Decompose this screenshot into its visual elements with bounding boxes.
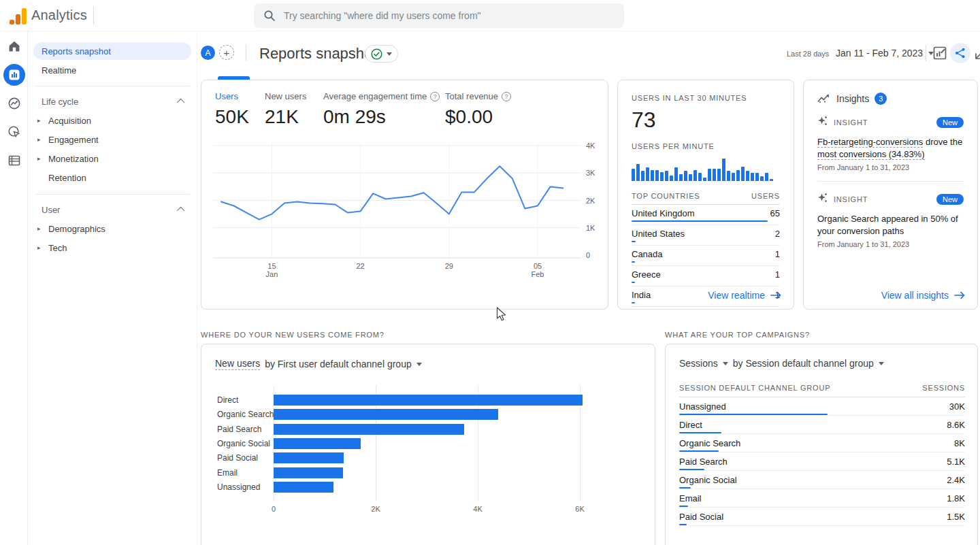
sidebar-item-monetization[interactable]: ▸Monetization xyxy=(28,149,197,168)
view-all-insights-link[interactable]: View all insights xyxy=(881,290,965,301)
chevron-down-icon[interactable] xyxy=(879,362,884,365)
bar-organic-search[interactable] xyxy=(274,409,498,420)
insight-item-header: INSIGHTNew xyxy=(817,193,964,206)
sidebar-item-tech[interactable]: ▸Tech xyxy=(28,238,197,257)
sidebar-section-title: Life cycle xyxy=(42,97,78,107)
channel-name: Paid Social xyxy=(679,512,723,522)
sidebar-item-engagement[interactable]: ▸Engagement xyxy=(28,130,197,149)
bar-direct[interactable] xyxy=(274,395,583,406)
insight-term[interactable]: most conversions (34.83%) xyxy=(817,149,925,160)
arrow-right-icon xyxy=(770,291,781,299)
add-comparison-button[interactable]: + xyxy=(219,45,234,60)
date-range-label: Last 28 days xyxy=(787,50,829,58)
sessions-table-header: SESSION DEFAULT CHANNEL GROUP SESSIONS xyxy=(679,384,965,397)
minute-bar xyxy=(674,167,678,181)
expand-arrow-icon[interactable]: ▸ xyxy=(37,225,43,232)
new-users-bar-chart[interactable]: 02K4K6KDirectOrganic SearchPaid SearchOr… xyxy=(215,385,644,521)
minute-bar xyxy=(679,174,683,181)
insight-text[interactable]: Organic Search appeared in 50% of your c… xyxy=(817,213,964,237)
insight-term[interactable]: Fb-retargeting-conversions xyxy=(817,137,923,148)
top-countries-label: TOP COUNTRIES xyxy=(632,192,700,200)
customize-report-icon[interactable] xyxy=(932,46,947,61)
chevron-up-icon[interactable] xyxy=(177,207,184,214)
insight-item[interactable]: INSIGHTNewOrganic Search appeared in 50%… xyxy=(817,193,964,258)
country-bar xyxy=(632,241,636,242)
sessions-row: Paid Social1.5K xyxy=(679,508,965,526)
sidebar-item-reports-snapshot[interactable]: Reports snapshot xyxy=(33,42,191,60)
new-users-metric-label[interactable]: New users xyxy=(215,358,260,370)
search-input[interactable] xyxy=(284,10,615,21)
campaigns-section-title: WHAT ARE YOUR TOP CAMPAIGNS? xyxy=(665,331,810,339)
expand-arrow-icon[interactable]: ▸ xyxy=(37,244,43,251)
date-range-picker[interactable]: Jan 11 - Feb 7, 2023 xyxy=(836,48,934,59)
bar-paid-social[interactable] xyxy=(274,452,344,463)
arrow-right-icon xyxy=(954,291,965,299)
bar-paid-search[interactable] xyxy=(274,424,464,435)
metric-users[interactable]: Users50K xyxy=(215,91,249,128)
comparison-avatar[interactable]: A xyxy=(201,46,215,60)
chevron-down-icon[interactable] xyxy=(723,362,728,365)
chevron-down-icon[interactable] xyxy=(416,363,422,366)
sidebar-section-user[interactable]: User xyxy=(33,201,191,218)
sidebar-item-demographics[interactable]: ▸Demographics xyxy=(28,219,197,238)
sidebar-item-acquisition[interactable]: ▸Acquisition xyxy=(28,111,197,130)
explore-icon[interactable] xyxy=(0,90,28,117)
expand-arrow-icon[interactable]: ▸ xyxy=(37,136,43,143)
insight-item[interactable]: INSIGHTNewFb-retargeting-conversions dro… xyxy=(817,116,964,182)
minute-bar xyxy=(703,178,706,181)
campaigns-card-header[interactable]: Sessions by Session default channel grou… xyxy=(679,358,884,369)
chevron-up-icon[interactable] xyxy=(177,99,184,106)
expand-arrow-icon[interactable]: ▸ xyxy=(37,155,43,162)
minute-bar xyxy=(717,169,721,181)
sidebar-section-life-cycle[interactable]: Life cycle xyxy=(33,93,191,110)
insight-item-header: INSIGHTNew xyxy=(817,116,964,129)
sessions-metric-label[interactable]: Sessions xyxy=(679,358,718,369)
sessions-dimension-label: by Session default channel group xyxy=(733,358,874,369)
metric-total-revenue[interactable]: Total revenue?$0.00 xyxy=(445,91,511,128)
date-range-value: Jan 11 - Feb 7, 2023 xyxy=(836,48,923,59)
share-report-button[interactable] xyxy=(950,43,970,63)
sidebar-section-title: User xyxy=(42,205,60,215)
sidebar-divider xyxy=(35,86,190,86)
view-all-insights-label: View all insights xyxy=(881,290,949,301)
minute-bar xyxy=(660,172,664,181)
new-users-card-header[interactable]: New users by First user default channel … xyxy=(215,358,422,370)
minute-bar xyxy=(732,173,735,181)
bar-organic-social[interactable] xyxy=(274,438,361,449)
minute-bar xyxy=(755,173,759,181)
metric-label-text: Users xyxy=(215,91,238,101)
home-icon[interactable] xyxy=(0,33,28,60)
expand-report-icon[interactable] xyxy=(975,46,980,60)
new-users-dimension-label: by First user default channel group xyxy=(265,359,412,369)
report-status-badge[interactable] xyxy=(365,45,398,63)
sessions-value: 1.8K xyxy=(947,493,965,503)
bar-unassigned[interactable] xyxy=(274,482,333,493)
metric-average-engagement-time[interactable]: Average engagement time?0m 29s xyxy=(323,91,440,128)
users-per-minute-chart[interactable] xyxy=(632,159,780,181)
realtime-title: USERS IN LAST 30 MINUTES xyxy=(632,94,780,102)
global-search[interactable] xyxy=(254,3,624,28)
sidebar-item-realtime[interactable]: Realtime xyxy=(33,61,191,79)
users-line-chart[interactable]: 01K2K3K4K15Jan222905Feb xyxy=(205,135,605,281)
help-icon[interactable]: ? xyxy=(430,92,440,101)
insight-text[interactable]: Fb-retargeting-conversions drove the mos… xyxy=(817,136,964,160)
sidebar-item-retention[interactable]: Retention xyxy=(28,168,197,187)
users-last-30min-value: 73 xyxy=(632,108,780,133)
expand-arrow-icon[interactable]: ▸ xyxy=(37,117,43,124)
insights-trend-icon xyxy=(817,93,831,104)
reports-icon[interactable] xyxy=(0,61,28,88)
library-icon[interactable] xyxy=(0,147,28,174)
help-icon[interactable]: ? xyxy=(502,92,511,101)
channel-name: Paid Search xyxy=(679,457,728,467)
sessions-column-header: SESSIONS xyxy=(922,384,965,392)
sessions-mini-bar xyxy=(679,469,704,470)
insights-card: Insights 3 INSIGHTNewFb-retargeting-conv… xyxy=(803,80,978,310)
metric-new-users[interactable]: New users21K xyxy=(265,91,306,128)
bar-email[interactable] xyxy=(274,467,343,478)
view-realtime-link[interactable]: View realtime xyxy=(708,290,781,301)
advertising-icon[interactable] xyxy=(0,118,28,146)
sidebar-item-label: Demographics xyxy=(48,224,105,234)
analytics-logo-icon[interactable] xyxy=(10,7,27,24)
country-row: Canada1 xyxy=(632,246,780,266)
sessions-value: 30K xyxy=(949,401,965,412)
